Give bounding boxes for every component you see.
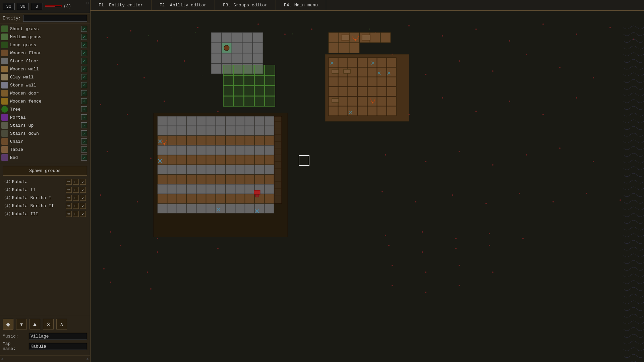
svg-rect-151 [329,87,338,96]
svg-point-4 [197,27,198,28]
spawn-item-kabula-bertha-i[interactable]: (1) Kabula Bertha I ✏ □ ✓ [3,194,87,202]
spawn-check-kabula-ii[interactable]: ✓ [80,187,86,193]
spawn-edit-kabula-bertha-ii[interactable]: ✏ [66,203,72,209]
svg-rect-204 [255,126,264,135]
entity-item-wooden-fence[interactable]: Wooden fence ✓ [0,97,90,105]
map-area[interactable]: ✕ ✕ ✕ ✕ ✕ [91,0,644,362]
svg-text:': ' [171,37,173,40]
svg-rect-91 [211,64,221,74]
tab-groups-editor[interactable]: F3. Groups editor [215,0,276,10]
spawn-check-kabula-iii[interactable]: ✓ [80,211,86,217]
main-structure: ✕ ✕ ✕ ✕ [154,113,288,237]
entity-item-wooden-door[interactable]: Wooden door ✓ [0,89,90,97]
entity-check-stairs-up[interactable]: ✓ [81,122,87,128]
entity-item-chair[interactable]: Chair ✓ [0,137,90,145]
svg-rect-154 [358,87,367,96]
entity-check-wooden-fence[interactable]: ✓ [81,98,87,104]
svg-rect-272 [216,184,225,194]
spawn-check-kabula-bertha-ii[interactable]: ✓ [80,203,86,209]
tool-up[interactable]: ▲ [30,319,40,329]
entity-check-chair[interactable]: ✓ [81,138,87,144]
entity-check-wooden-floor[interactable]: ✓ [81,50,87,56]
spawn-groups-button[interactable]: Spawn groups [3,166,87,176]
svg-rect-247 [206,165,216,174]
svg-point-50 [526,154,527,156]
entity-check-wooden-wall[interactable]: ✓ [81,66,87,72]
spawn-edit-kabula[interactable]: ✏ [66,179,72,185]
entity-check-long-grass[interactable]: ✓ [81,42,87,48]
svg-text:✕: ✕ [255,206,259,216]
entity-check-bed[interactable]: ✓ [81,155,87,161]
spawn-item-kabula-bertha-ii[interactable]: (1) Kabula Bertha II ✏ □ ✓ [3,202,87,210]
entity-item-tree[interactable]: Tree ✓ [0,105,90,113]
tab-ability-editor[interactable]: F2. Ability editor [152,0,215,10]
spawn-copy-kabula-iii[interactable]: □ [73,211,79,217]
entity-check-stone-floor[interactable]: ✓ [81,58,87,64]
svg-rect-262 [235,175,245,184]
svg-rect-106 [265,75,275,85]
entity-item-stone-wall[interactable]: Stone wall ✓ [0,81,90,89]
svg-rect-87 [222,53,232,63]
entity-item-bed[interactable]: Bed ✓ [0,154,90,162]
entity-check-medium-grass[interactable]: ✓ [81,34,87,40]
tool-fill[interactable]: ◆ [3,319,13,329]
spawn-edit-kabula-bertha-i[interactable]: ✏ [66,195,72,201]
entity-check-portal[interactable]: ✓ [81,114,87,120]
entity-check-short-grass[interactable]: ✓ [81,26,87,32]
tab-main-menu[interactable]: F4. Main menu [276,0,326,10]
entity-check-stairs-down[interactable]: ✓ [81,130,87,136]
spawn-check-kabula-bertha-i[interactable]: ✓ [80,195,86,201]
entity-item-wooden-wall[interactable]: Wooden wall ✓ [0,65,90,73]
entity-item-long-grass[interactable]: Long grass ✓ [0,41,90,49]
svg-rect-250 [235,165,245,174]
entity-check-wooden-door[interactable]: ✓ [81,90,87,96]
entity-item-clay-wall[interactable]: Clay wall ✓ [0,73,90,81]
entity-check-clay-wall[interactable]: ✓ [81,74,87,80]
spawn-copy-kabula-bertha-ii[interactable]: □ [73,203,79,209]
spawn-edit-kabula-iii[interactable]: ✏ [66,211,72,217]
svg-rect-177 [332,69,339,73]
svg-rect-135 [377,58,387,67]
entity-check-tree[interactable]: ✓ [81,106,87,112]
svg-rect-79 [242,33,252,43]
entity-icon-bed [1,154,8,161]
svg-rect-210 [196,136,206,145]
svg-rect-113 [234,96,244,106]
spawn-copy-kabula[interactable]: □ [73,179,79,185]
svg-rect-160 [348,97,357,106]
entity-label-tree: Tree [10,107,79,112]
music-input[interactable] [29,333,87,340]
tool-wave[interactable]: ∧ [56,319,67,329]
entity-item-medium-grass[interactable]: Medium grass ✓ [0,33,90,41]
svg-point-34 [164,101,165,102]
svg-rect-89 [242,53,252,63]
entity-item-stairs-down[interactable]: Stairs down ✓ [0,129,90,137]
spawn-item-kabula-ii[interactable]: (1) Kabula II ✏ □ ✓ [3,186,87,194]
spawn-copy-kabula-bertha-i[interactable]: □ [73,195,79,201]
tool-dropdown[interactable]: ▾ [16,319,27,329]
spawn-copy-kabula-ii[interactable]: □ [73,187,79,193]
counter: (3) [64,4,71,9]
spawn-item-kabula[interactable]: (1) Kabula ✏ □ ✓ [3,178,87,186]
entity-item-table[interactable]: Table ✓ [0,145,90,154]
svg-rect-83 [232,43,242,53]
entity-item-stairs-up[interactable]: Stairs up ✓ [0,121,90,129]
entity-list: Short grass ✓ Medium grass ✓ Long grass … [0,23,90,163]
entity-check-stone-wall[interactable]: ✓ [81,82,87,88]
svg-rect-188 [216,116,225,126]
mapname-input[interactable] [29,343,87,350]
entity-input[interactable] [23,15,87,22]
entity-item-portal[interactable]: Portal ✓ [0,113,90,121]
entity-item-wooden-floor[interactable]: Wooden floor ✓ [0,49,90,57]
tool-layer[interactable]: ⊙ [43,319,54,329]
entity-item-short-grass[interactable]: Short grass ✓ [0,25,90,33]
svg-rect-78 [232,33,242,43]
tab-entity-editor[interactable]: F1. Entity editor [91,0,152,10]
spawn-edit-kabula-ii[interactable]: ✏ [66,187,72,193]
entity-check-table[interactable]: ✓ [81,146,87,153]
entity-item-stone-floor[interactable]: Stone floor ✓ [0,57,90,65]
panel-resize[interactable]: □ [86,1,89,5]
spawn-check-kabula[interactable]: ✓ [80,179,86,185]
svg-point-1 [107,37,108,38]
spawn-item-kabula-iii[interactable]: (1) Kabula III ✏ □ ✓ [3,210,87,218]
